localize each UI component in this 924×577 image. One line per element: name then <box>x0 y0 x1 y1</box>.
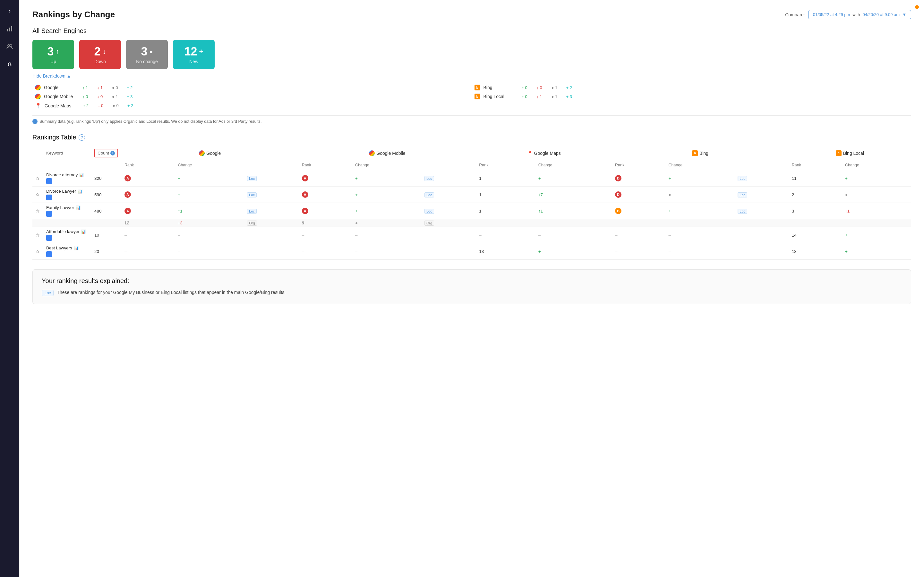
sidebar-chevron-icon[interactable]: › <box>4 5 15 17</box>
bing-local-new: + 3 <box>566 94 578 99</box>
count-info-icon[interactable]: i <box>110 151 115 155</box>
keyword-tag <box>46 211 52 217</box>
google-rank-cell: A <box>121 187 174 203</box>
google-new: + 2 <box>127 85 138 90</box>
orange-dot-indicator <box>915 5 919 9</box>
nochange-dot-icon: ● <box>150 48 153 55</box>
rank-a-badge: A <box>302 208 309 214</box>
stat-new-number: 12 + <box>182 45 206 58</box>
google-badge-header <box>244 160 298 170</box>
gmaps-change-cell: + <box>535 243 612 259</box>
sidebar-google-icon[interactable]: G <box>4 59 15 71</box>
bing-local-header-icon: b <box>836 150 842 156</box>
sub-header-row: Rank Change Rank Change Rank Change Rank… <box>32 160 911 170</box>
bing-rank-cell: B <box>612 203 665 219</box>
stat-nochange-number: 3 ● <box>135 45 159 58</box>
google-mobile-group-header: Google Mobile <box>299 146 476 160</box>
google-maps-change-header: Change <box>535 160 612 170</box>
google-mobile-new: + 3 <box>127 94 138 99</box>
google-nochange: ● 0 <box>112 85 124 90</box>
rank-d-badge: D <box>615 191 622 198</box>
breakdown-bing-local: b Bing Local ↑ 0 ↓ 1 ● 1 + 3 <box>472 92 911 101</box>
stat-down-label: Down <box>88 59 112 64</box>
gmobile-rank-cell: A <box>299 170 352 187</box>
gmobile-rank-cell: A <box>299 203 352 219</box>
table-row: ☆ Best Lawyers 📊 20 – – <box>32 243 911 259</box>
summary-note-text: Summary data (e.g. rankings 'Up') only a… <box>39 119 262 124</box>
google-maps-engine-name: Google Maps <box>45 103 80 108</box>
table-row: ☆ Divorce attorney 📊 320 A + Loc <box>32 170 911 187</box>
gmobile-change-cell: – <box>352 243 421 259</box>
table-row: ☆ Divorce Lawyer 📊 590 A + Loc <box>32 187 911 203</box>
sidebar-chart-icon[interactable] <box>4 23 15 35</box>
bing-badge-header <box>734 160 788 170</box>
gmobile-change-sub: ● <box>352 219 421 227</box>
star-cell[interactable]: ☆ <box>32 203 43 219</box>
google-change-sub: ↓3 <box>174 219 244 227</box>
all-search-engines-title: All Search Engines <box>32 27 911 35</box>
page-header: Rankings by Change Compare: 01/05/22 at … <box>32 10 911 19</box>
bing-local-change-header: Change <box>842 160 911 170</box>
star-cell[interactable]: ☆ <box>32 243 43 259</box>
binglocal-rank-cell: 2 <box>788 187 842 203</box>
bing-rank-cell: – <box>612 227 665 243</box>
bing-local-up: ↑ 0 <box>522 94 533 99</box>
divider <box>32 115 911 116</box>
rank-a-badge: A <box>302 175 309 181</box>
bing-up: ↑ 0 <box>522 85 533 90</box>
star-cell[interactable]: ☆ <box>32 227 43 243</box>
gmaps-rank-cell: – <box>476 227 535 243</box>
count-cell: 320 <box>91 170 121 187</box>
bing-down: ↓ 0 <box>537 85 548 90</box>
google-maps-up: ↑ 2 <box>83 103 95 108</box>
binglocal-change-cell: + <box>842 170 911 187</box>
keyword-cell: Divorce Lawyer 📊 <box>43 187 91 203</box>
google-change-cell: + <box>174 170 244 187</box>
bing-rank-cell: – <box>612 243 665 259</box>
binglocal-change-cell: + <box>842 243 911 259</box>
bar-chart-icon: 📊 <box>76 205 81 210</box>
help-icon[interactable]: ? <box>79 134 85 141</box>
date-range-button[interactable]: 01/05/22 at 4:29 pm with 04/20/20 at 9:0… <box>808 10 911 19</box>
bing-nochange: ● 1 <box>551 85 563 90</box>
bing-change-cell: – <box>666 227 735 243</box>
google-maps-new: + 2 <box>128 103 139 108</box>
stat-down-number: 2 ↓ <box>88 45 112 58</box>
stat-card-down: 2 ↓ Down <box>79 40 121 69</box>
google-down: ↓ 1 <box>97 85 109 90</box>
binglocal-rank-cell: 11 <box>788 170 842 187</box>
google-mobile-down: ↓ 0 <box>97 94 109 99</box>
google-mobile-logo-icon <box>35 93 41 99</box>
google-engine-name: Google <box>44 85 79 90</box>
google-change-cell: – <box>174 243 244 259</box>
hide-breakdown-button[interactable]: Hide Breakdown ▲ <box>32 73 71 79</box>
google-header-label: Google <box>206 151 221 156</box>
date-to: 04/20/20 at 9:09 am <box>863 12 900 17</box>
engine-header-row: Keyword Count i Google <box>32 146 911 160</box>
google-logo-icon <box>35 85 41 90</box>
gmaps-change-cell: ↑7 <box>535 187 612 203</box>
rank-d-badge: D <box>615 175 622 181</box>
bing-rank-header: Rank <box>612 160 665 170</box>
google-mobile-nochange: ● 1 <box>112 94 124 99</box>
count-cell: 20 <box>91 243 121 259</box>
binglocal-change-cell: + <box>842 227 911 243</box>
google-maps-header-label: Google Maps <box>534 151 561 156</box>
star-cell[interactable]: ☆ <box>32 187 43 203</box>
gmaps-change-cell: ↑1 <box>535 203 612 219</box>
svg-point-4 <box>10 45 12 47</box>
rankings-title-row: Rankings Table ? <box>32 134 911 141</box>
star-cell[interactable]: ☆ <box>32 170 43 187</box>
binglocal-rank-cell: 3 <box>788 203 842 219</box>
google-maps-nochange: ● 0 <box>113 103 124 108</box>
stat-up-number: 3 ↑ <box>41 45 65 58</box>
rankings-title: Rankings Table <box>32 134 76 141</box>
down-arrow-icon: ↓ <box>103 47 106 56</box>
sidebar-people-icon[interactable] <box>4 41 15 53</box>
count-header-cell: Count i <box>94 149 118 157</box>
bing-local-header-label: Bing Local <box>843 151 864 156</box>
dropdown-chevron-icon: ▼ <box>902 12 906 17</box>
google-change-cell: – <box>174 227 244 243</box>
summary-note: i Summary data (e.g. rankings 'Up') only… <box>32 119 911 124</box>
gmobile-rank-sub: 9 <box>299 219 352 227</box>
